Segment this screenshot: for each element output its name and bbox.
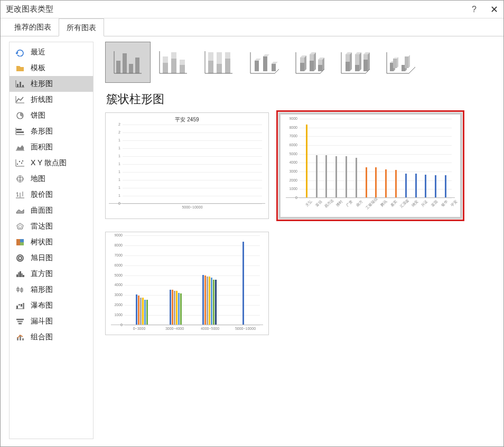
- sidebar-item-label: X Y 散点图: [31, 158, 67, 168]
- pie-icon: [15, 111, 25, 120]
- svg-line-106: [409, 67, 415, 73]
- svg-rect-45: [18, 304, 20, 306]
- bar: [316, 155, 318, 197]
- sidebar-item-bar[interactable]: 条形图: [10, 123, 93, 139]
- sidebar-item-label: 雷达图: [31, 222, 53, 231]
- bar: [242, 242, 244, 325]
- svg-rect-51: [18, 323, 22, 325]
- subtype-3d-clustered-column[interactable]: [241, 42, 287, 83]
- svg-rect-77: [255, 61, 259, 71]
- bar: [142, 298, 144, 325]
- x-axis-label: 5000~10000: [119, 204, 265, 209]
- area-icon: [15, 142, 25, 152]
- svg-point-16: [22, 160, 23, 161]
- sidebar-item-waterfall[interactable]: 瀑布图: [10, 298, 93, 313]
- change-chart-type-dialog: 更改图表类型 ? ✕ 推荐的图表 所有图表 最近模板柱形图折线图饼图条形图面积图…: [0, 0, 504, 447]
- subtype-3d-column[interactable]: [378, 42, 423, 83]
- sidebar-item-map[interactable]: 地图: [10, 171, 93, 187]
- help-icon[interactable]: ?: [472, 5, 477, 14]
- svg-rect-101: [390, 63, 394, 71]
- stock-icon: [15, 190, 25, 199]
- bar: [180, 293, 182, 325]
- sidebar-item-template[interactable]: 模板: [10, 60, 93, 76]
- sidebar-item-histogram[interactable]: 直方图: [10, 266, 93, 282]
- chart-preview-3[interactable]: 0100020003000400050006000700080009000 0~…: [105, 232, 269, 335]
- svg-rect-39: [23, 275, 24, 277]
- chart-subtype-row: [105, 42, 497, 83]
- sidebar-item-label: 组合图: [31, 332, 53, 342]
- sidebar-item-column[interactable]: 柱形图: [10, 76, 93, 92]
- svg-rect-72: [217, 52, 222, 64]
- svg-rect-97: [363, 54, 368, 60]
- svg-rect-93: [346, 54, 350, 62]
- bar: [136, 294, 137, 325]
- bar: [202, 275, 204, 325]
- svg-rect-38: [21, 273, 23, 277]
- tab-all-charts[interactable]: 所有图表: [59, 18, 104, 36]
- sidebar-item-sunburst[interactable]: 旭日图: [10, 250, 93, 266]
- titlebar: 更改图表类型 ? ✕: [1, 1, 503, 18]
- recent-icon: [15, 47, 25, 57]
- chart-preview-2[interactable]: 0100020003000400050006000700080009000 天弘…: [278, 112, 462, 219]
- bar: [174, 291, 175, 325]
- sidebar-item-radar[interactable]: 雷达图: [10, 218, 93, 234]
- svg-rect-1: [20, 82, 21, 87]
- sidebar-item-recent[interactable]: 最近: [10, 44, 93, 60]
- sidebar-item-label: 箱形图: [31, 285, 53, 294]
- x-axis-label: 0~3000: [122, 325, 157, 330]
- svg-rect-65: [180, 65, 185, 73]
- chart-title: 平安 2459: [106, 113, 268, 125]
- sidebar-item-surface[interactable]: 曲面图: [10, 203, 93, 218]
- sidebar-item-pie[interactable]: 饼图: [10, 108, 93, 123]
- subtype-stacked-column[interactable]: [151, 42, 196, 83]
- svg-rect-83: [300, 63, 304, 71]
- svg-rect-50: [17, 321, 23, 322]
- sidebar-item-label: 漏斗图: [31, 317, 53, 326]
- svg-rect-8: [16, 129, 22, 130]
- sunburst-icon: [15, 253, 25, 263]
- sidebar-item-label: 柱形图: [31, 79, 53, 89]
- svg-rect-62: [163, 56, 168, 63]
- svg-rect-78: [263, 56, 267, 71]
- close-icon[interactable]: ✕: [490, 4, 498, 15]
- svg-rect-53: [20, 336, 21, 340]
- x-axis-label: 3000~4000: [157, 325, 192, 330]
- svg-rect-61: [163, 63, 168, 73]
- subtype-3d-100-stacked-column[interactable]: [332, 42, 378, 83]
- svg-rect-86: [310, 54, 314, 61]
- dialog-title: 更改图表类型: [6, 4, 53, 14]
- sidebar-item-label: 条形图: [31, 127, 53, 136]
- bar: [170, 290, 171, 325]
- subtype-3d-stacked-column[interactable]: [287, 42, 332, 83]
- svg-rect-56: [123, 53, 127, 73]
- sidebar-item-label: 股价图: [31, 190, 53, 199]
- svg-rect-103: [402, 65, 405, 71]
- boxplot-icon: [15, 285, 25, 294]
- tab-recommended[interactable]: 推荐的图表: [7, 18, 59, 36]
- subtype-100-stacked-column[interactable]: [196, 42, 241, 83]
- svg-rect-88: [318, 60, 322, 65]
- selected-subtype-title: 簇状柱形图: [106, 91, 497, 107]
- svg-rect-74: [225, 52, 230, 59]
- svg-rect-85: [310, 61, 314, 71]
- sidebar-item-combo[interactable]: 组合图: [10, 329, 93, 345]
- sidebar-item-treemap[interactable]: 树状图: [10, 234, 93, 250]
- sidebar-item-line[interactable]: 折线图: [10, 92, 93, 108]
- sidebar-item-label: 瀑布图: [31, 301, 53, 310]
- svg-rect-2: [22, 85, 24, 87]
- map-icon: [15, 174, 25, 184]
- template-icon: [15, 63, 25, 73]
- bar-icon: [15, 127, 25, 136]
- svg-rect-64: [171, 52, 176, 59]
- svg-rect-55: [116, 61, 120, 73]
- sidebar-item-stock[interactable]: 股价图: [10, 187, 93, 203]
- subtype-clustered-column[interactable]: [105, 42, 151, 83]
- chart-preview-1[interactable]: 平安 2459 01111111122 5000~10000: [105, 112, 269, 219]
- bar: [178, 293, 180, 325]
- sidebar-item-funnel[interactable]: 漏斗图: [10, 313, 93, 329]
- sidebar-item-boxplot[interactable]: 箱形图: [10, 282, 93, 298]
- sidebar-item-area[interactable]: 面积图: [10, 139, 93, 155]
- svg-rect-57: [129, 64, 133, 73]
- sidebar-item-scatter[interactable]: X Y 散点图: [10, 155, 93, 171]
- bar: [425, 175, 426, 197]
